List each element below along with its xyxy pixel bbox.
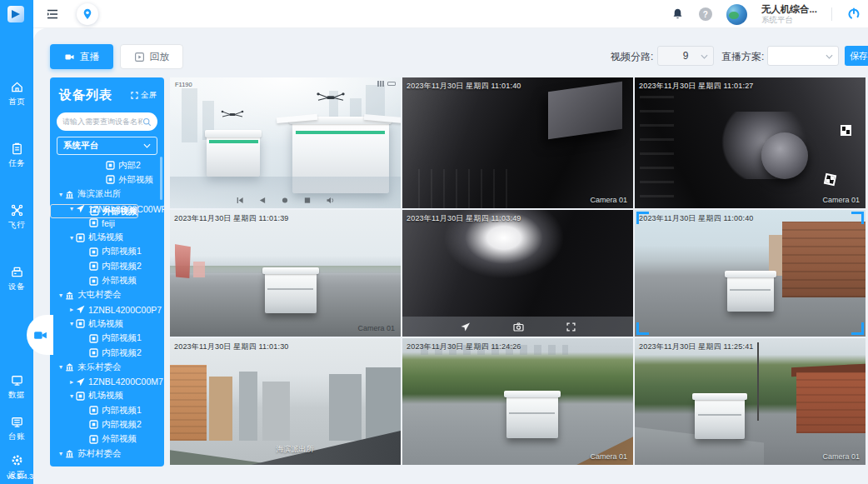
tree-item[interactable]: ▸1ZNBL4200C00M7 bbox=[50, 374, 164, 388]
play-back-icon[interactable] bbox=[258, 197, 266, 204]
search-icon[interactable] bbox=[142, 117, 152, 127]
video-cell-1[interactable]: F1190 bbox=[170, 77, 401, 208]
fiducial-marker bbox=[824, 173, 836, 186]
drone-icon bbox=[316, 91, 346, 103]
fullscreen-icon[interactable] bbox=[566, 322, 576, 332]
tree-item[interactable]: ▾大屯村委会 bbox=[50, 288, 164, 302]
tree-item[interactable]: 内部视频2 bbox=[50, 346, 164, 360]
promo-model-label: F1190 bbox=[175, 81, 192, 88]
playback-icon bbox=[134, 52, 145, 62]
station-watermark: 海滨派出所 bbox=[276, 444, 313, 455]
camera-label: Camera 01 bbox=[590, 196, 627, 204]
tree-item-label: 内部视频1 bbox=[100, 332, 142, 344]
device-tree: 内部2外部视频▾海滨派出所▾1ZNBL3G00C00WRfeiji▾机场视频内部… bbox=[50, 158, 164, 461]
video-cell-3[interactable]: 2023年11月30日 星期四 11:01:27 Camera 01 bbox=[635, 77, 866, 208]
promo-status-icons bbox=[377, 81, 396, 87]
send-icon[interactable] bbox=[461, 322, 471, 332]
caret-down-icon[interactable]: ▾ bbox=[57, 450, 65, 457]
bell-icon[interactable] bbox=[671, 7, 685, 22]
tree-item[interactable]: 内部视频1 bbox=[50, 403, 164, 417]
caret-right-icon[interactable]: ▸ bbox=[67, 306, 76, 313]
caret-down-icon[interactable]: ▾ bbox=[57, 191, 65, 198]
building-icon bbox=[65, 449, 76, 458]
record-icon[interactable] bbox=[281, 197, 288, 204]
tree-item-label: 内部2 bbox=[117, 160, 141, 172]
video-cell-4[interactable]: 2023年11月30日 星期四 11:01:39 Camera 01 bbox=[170, 210, 401, 337]
sidebar-item-data[interactable]: 数据 bbox=[0, 373, 33, 401]
save-button[interactable]: 保存 bbox=[845, 46, 868, 66]
split-select[interactable]: 9 bbox=[657, 46, 714, 66]
scene-building bbox=[329, 374, 362, 442]
top-header: ? 无人机综合... 系统平台 bbox=[33, 0, 868, 28]
tree-item[interactable]: ▾来乐村委会 bbox=[50, 360, 164, 374]
tree-item-label: 1ZNBL4200C00P7 bbox=[87, 305, 162, 315]
device-search-input[interactable] bbox=[62, 117, 142, 126]
tree-item[interactable]: ▾机场视频 bbox=[50, 389, 164, 403]
tree-item[interactable]: ▾机场视频 bbox=[50, 230, 164, 244]
caret-down-icon[interactable]: ▾ bbox=[67, 234, 76, 242]
channel-icon bbox=[89, 406, 100, 415]
tree-item[interactable]: ▾机场视频 bbox=[50, 317, 164, 331]
device-search bbox=[57, 112, 157, 131]
tree-item[interactable]: 内部2 bbox=[50, 158, 164, 172]
sidebar-item-tasks[interactable]: 任务 bbox=[0, 142, 33, 169]
tree-item[interactable]: 外部视频 bbox=[50, 172, 164, 187]
user-title: 无人机综合... bbox=[761, 3, 817, 15]
tree-item[interactable]: 外部视频 bbox=[50, 273, 164, 287]
skip-back-icon[interactable] bbox=[236, 197, 243, 204]
tree-item[interactable]: 内部视频2 bbox=[50, 259, 164, 273]
video-cell-7[interactable]: 2023年11月30日 星期四 11:01:30 海滨派出所 bbox=[170, 338, 401, 465]
app-version: v5.5.4.3 bbox=[0, 472, 53, 481]
video-cell-2[interactable]: 2023年11月30日 星期四 11:01:40 Camera 01 bbox=[402, 77, 633, 208]
timestamp-overlay: 2023年11月30日 星期四 11:00:40 bbox=[639, 213, 754, 224]
stop-icon[interactable] bbox=[303, 197, 311, 204]
caret-down-icon[interactable]: ▾ bbox=[57, 292, 65, 299]
tree-item[interactable]: 内部视频1 bbox=[50, 245, 164, 259]
tree-item[interactable]: ▾苏村村委会 bbox=[50, 447, 164, 461]
tree-item-label: feiji bbox=[100, 218, 115, 228]
video-cell-6-selected[interactable]: 2023年11月30日 星期四 11:00:40 bbox=[635, 210, 866, 337]
tree-item[interactable]: 外部视频 bbox=[50, 432, 164, 447]
caret-down-icon[interactable]: ▾ bbox=[67, 320, 76, 327]
chevron-down-icon bbox=[826, 54, 833, 59]
location-pin-button[interactable] bbox=[77, 3, 98, 25]
scene-railing bbox=[418, 169, 515, 208]
avatar[interactable] bbox=[726, 4, 747, 25]
collapse-menu-button[interactable] bbox=[45, 7, 60, 22]
location-pin-icon bbox=[81, 7, 94, 21]
tree-item-label: 机场视频 bbox=[87, 318, 123, 330]
caret-down-icon[interactable]: ▾ bbox=[67, 392, 76, 400]
logout-power-icon[interactable] bbox=[846, 7, 861, 22]
tab-playback[interactable]: 回放 bbox=[120, 44, 183, 69]
player-controls[interactable] bbox=[236, 197, 335, 204]
sidebar-item-ledger[interactable]: 台账 bbox=[0, 415, 33, 442]
video-cell-9[interactable]: 2023年11月30日 星期四 11:25:41 Camera 01 bbox=[635, 338, 866, 465]
sidebar-item-home[interactable]: 首页 bbox=[0, 80, 33, 107]
volume-icon[interactable] bbox=[326, 197, 335, 204]
drone-icon bbox=[10, 203, 24, 217]
tree-item[interactable]: 外部视频 bbox=[50, 204, 138, 218]
tree-item[interactable]: 内部视频1 bbox=[50, 332, 164, 346]
tree-item[interactable]: ▾海滨派出所 bbox=[50, 187, 164, 202]
sidebar-item-label: 首页 bbox=[8, 97, 25, 107]
tab-live[interactable]: 直播 bbox=[50, 44, 113, 69]
channel-icon bbox=[89, 277, 100, 286]
user-info[interactable]: 无人机综合... 系统平台 bbox=[761, 3, 817, 25]
sidebar-item-devices[interactable]: 设备 bbox=[0, 265, 33, 292]
plan-select[interactable] bbox=[767, 46, 839, 66]
tree-item[interactable]: 内部视频2 bbox=[50, 417, 164, 432]
snapshot-camera-icon[interactable] bbox=[513, 322, 524, 332]
help-icon[interactable]: ? bbox=[699, 7, 712, 21]
panel-scrollbar[interactable] bbox=[160, 157, 162, 200]
drone-icon bbox=[76, 377, 87, 387]
fullscreen-button[interactable]: 全屏 bbox=[131, 90, 157, 101]
tree-item[interactable]: ▸1ZNBL4200C00P7 bbox=[50, 302, 164, 317]
caret-right-icon[interactable]: ▸ bbox=[67, 378, 76, 386]
channel-icon bbox=[90, 207, 101, 216]
sidebar-item-flight[interactable]: 飞行 bbox=[0, 203, 33, 231]
device-list-panel: 设备列表 全屏 系统平台 内部2外部视频▾海滨派出所▾1ZNBL3G00C00W… bbox=[50, 77, 164, 467]
caret-down-icon[interactable]: ▾ bbox=[57, 363, 65, 371]
video-cell-8[interactable]: 2023年11月30日 星期四 11:24:26 Camera 01 bbox=[402, 338, 633, 465]
video-cell-5[interactable]: 2023年11月30日 星期四 11:03:49 bbox=[402, 210, 633, 337]
platform-select[interactable]: 系统平台 bbox=[57, 137, 157, 155]
